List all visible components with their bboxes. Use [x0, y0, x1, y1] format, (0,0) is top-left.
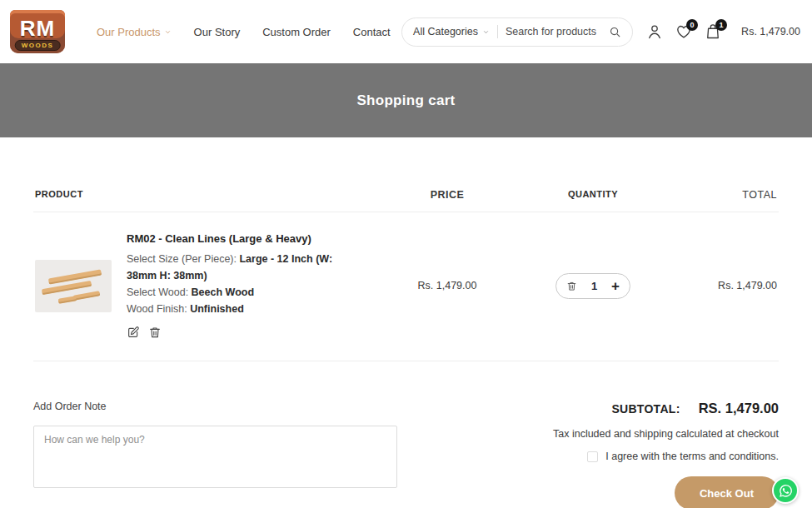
product-details: RM02 - Clean Lines (Large & Heavy) Selec…: [127, 232, 345, 339]
main-nav: Our Products Our Story Custom Order Cont…: [97, 26, 391, 38]
increase-quantity-button[interactable]: +: [611, 279, 620, 293]
category-dropdown[interactable]: All Categories: [413, 26, 490, 37]
wood-stick: [48, 269, 102, 284]
wood-stick: [58, 296, 77, 304]
quantity-cell: 1 +: [510, 273, 676, 299]
trash-icon[interactable]: [148, 326, 162, 339]
chevron-down-icon: [482, 28, 490, 36]
product-option-wood: Select Wood: Beech Wood: [127, 284, 345, 301]
quantity-stepper: 1 +: [555, 273, 630, 299]
column-price: PRICE: [385, 189, 510, 201]
nav-our-story[interactable]: Our Story: [194, 26, 241, 38]
account-icon: [646, 23, 663, 40]
checkout-button[interactable]: Check Out: [675, 476, 779, 508]
nav-custom-order[interactable]: Custom Order: [262, 26, 331, 38]
product-option-size: Select Size (Per Piece): Large - 12 Inch…: [127, 251, 345, 284]
chevron-down-icon: [164, 28, 172, 36]
column-product: PRODUCT: [35, 189, 385, 201]
order-note-input[interactable]: [33, 426, 397, 488]
item-total: Rs. 1,479.00: [676, 280, 777, 291]
page-title: Shopping cart: [356, 92, 455, 109]
divider: [497, 25, 498, 38]
product-option-finish: Wood Finish: Unfinished: [127, 301, 345, 317]
header-cart-total[interactable]: Rs. 1,479.00: [741, 26, 800, 37]
cart-footer: Add Order Note Coupon: SUBTOTAL: RS. 1,4…: [33, 401, 779, 508]
product-title[interactable]: RM02 - Clean Lines (Large & Heavy): [127, 232, 345, 245]
product-image[interactable]: [35, 260, 112, 312]
tax-note: Tax included and shipping calculated at …: [397, 428, 779, 440]
column-total: TOTAL: [676, 189, 777, 201]
wishlist-button[interactable]: 0: [675, 23, 692, 40]
subtotal-value: RS. 1,479.00: [699, 401, 779, 416]
wishlist-count-badge: 0: [686, 19, 698, 31]
whatsapp-icon: [778, 483, 794, 499]
cart-count-badge: 1: [715, 19, 727, 31]
nav-contact[interactable]: Contact: [353, 26, 391, 38]
account-button[interactable]: [646, 23, 663, 40]
logo-sub-text: WOODS: [15, 40, 61, 51]
store-logo[interactable]: RM WOODS: [10, 10, 65, 53]
search-bar: All Categories: [401, 17, 633, 47]
order-note-section: Add Order Note Coupon:: [33, 401, 397, 508]
wood-stick: [73, 291, 101, 300]
cart-section: PRODUCT PRICE QUANTITY TOTAL RM02 - Clea…: [0, 189, 812, 508]
edit-icon[interactable]: [127, 326, 140, 339]
subtotal-label: SUBTOTAL:: [611, 402, 680, 416]
terms-checkbox[interactable]: [587, 451, 598, 462]
page-banner: Shopping cart: [0, 63, 812, 137]
site-header: RM WOODS Our Products Our Story Custom O…: [0, 0, 812, 63]
cart-table-header: PRODUCT PRICE QUANTITY TOTAL: [33, 189, 779, 212]
whatsapp-button[interactable]: [772, 477, 799, 504]
quantity-value[interactable]: 1: [591, 280, 597, 292]
search-input[interactable]: [506, 26, 601, 37]
terms-label: I agree with the terms and conditions.: [605, 451, 779, 462]
header-icons: 0 1 Rs. 1,479.00: [646, 23, 800, 40]
cart-item-row: RM02 - Clean Lines (Large & Heavy) Selec…: [33, 212, 779, 361]
item-actions: [127, 326, 345, 339]
product-cell: RM02 - Clean Lines (Large & Heavy) Selec…: [35, 232, 385, 339]
nav-our-products[interactable]: Our Products: [97, 26, 172, 38]
summary-section: SUBTOTAL: RS. 1,479.00 Tax included and …: [397, 401, 779, 508]
item-price: Rs. 1,479.00: [385, 280, 510, 291]
cart-button[interactable]: 1: [705, 23, 721, 40]
terms-row: I agree with the terms and conditions.: [397, 451, 779, 462]
column-quantity: QUANTITY: [510, 189, 676, 201]
logo-main-text: RM: [20, 17, 55, 39]
search-icon[interactable]: [609, 26, 621, 38]
decrease-trash-icon[interactable]: [566, 281, 577, 291]
subtotal-row: SUBTOTAL: RS. 1,479.00: [397, 401, 779, 416]
order-note-label: Add Order Note: [33, 401, 397, 412]
